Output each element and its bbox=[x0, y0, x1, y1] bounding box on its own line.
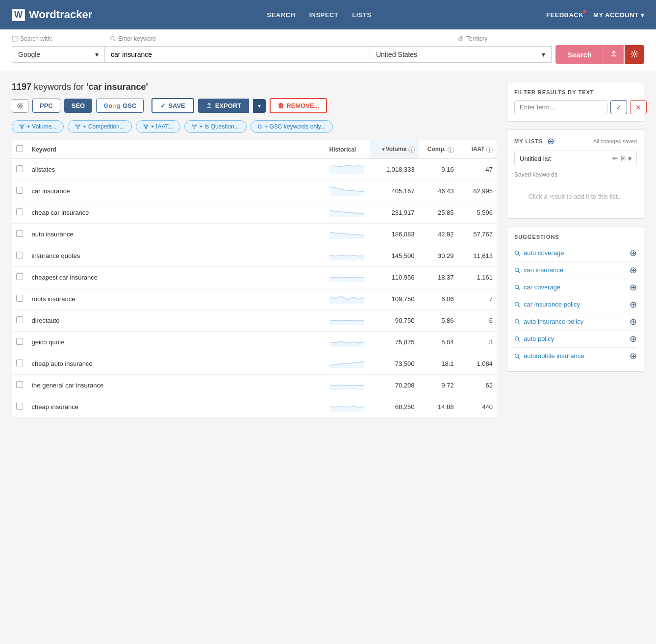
row-checkbox[interactable] bbox=[16, 360, 23, 366]
add-list-button[interactable]: ⊕ bbox=[547, 137, 555, 146]
export-button[interactable]: EXPORT bbox=[198, 99, 249, 113]
table-row[interactable]: insurance quotes 145,500 30.29 11,613 bbox=[12, 245, 497, 267]
logo[interactable]: W Wordtracker bbox=[12, 8, 92, 21]
filter-ok-button[interactable]: ✓ bbox=[610, 100, 627, 114]
comp-info-icon[interactable]: i bbox=[448, 147, 454, 153]
th-volume[interactable]: ▾ Volume i bbox=[370, 140, 419, 159]
row-iaat: 7 bbox=[458, 288, 497, 310]
copy-list-button[interactable]: ⎘ bbox=[621, 155, 625, 162]
suggestion-item[interactable]: van insurance ⊕ bbox=[514, 262, 637, 279]
suggestion-label: car insurance policy bbox=[524, 301, 580, 308]
export-dropdown-button[interactable]: ▾ bbox=[253, 99, 266, 113]
row-checkbox[interactable] bbox=[16, 252, 23, 258]
suggestion-add-icon[interactable]: ⊕ bbox=[630, 248, 637, 258]
row-checkbox[interactable] bbox=[16, 273, 23, 280]
row-comp: 6.06 bbox=[419, 288, 458, 310]
table-row[interactable]: car insurance 405,167 46.43 82,995 bbox=[12, 180, 497, 202]
row-historical bbox=[326, 180, 370, 202]
table-row[interactable]: directauto 90,750 5.86 6 bbox=[12, 310, 497, 332]
table-row[interactable]: cheapest car insurance 110,956 18.37 1,1… bbox=[12, 267, 497, 288]
suggestions-box: SUGGESTIONS auto coverage ⊕ van insuranc… bbox=[507, 227, 644, 372]
suggestion-add-icon[interactable]: ⊕ bbox=[630, 265, 637, 276]
list-chevron-button[interactable]: ▾ bbox=[628, 155, 631, 162]
suggestion-item[interactable]: auto insurance policy ⊕ bbox=[514, 313, 637, 331]
suggestion-item[interactable]: automobile insurance ⊕ bbox=[514, 348, 637, 364]
territory-select[interactable]: United States ▾ bbox=[370, 46, 552, 63]
row-checkbox[interactable] bbox=[16, 381, 23, 388]
row-checkbox[interactable] bbox=[16, 338, 23, 345]
suggestion-item[interactable]: auto policy ⊕ bbox=[514, 331, 637, 348]
table-row[interactable]: allstates 1,018,333 9.16 47 bbox=[12, 159, 497, 180]
list-selector[interactable]: Untitled list ✏ ⎘ ▾ bbox=[514, 151, 637, 166]
engine-select[interactable]: Google ▾ bbox=[12, 46, 105, 63]
tab-ppc[interactable]: PPC bbox=[32, 99, 60, 113]
filter-text-input[interactable] bbox=[514, 100, 607, 114]
suggestion-add-icon[interactable]: ⊕ bbox=[630, 316, 637, 327]
table-row[interactable]: the general car insurance 70,208 9.72 62 bbox=[12, 375, 497, 396]
row-volume: 75,875 bbox=[370, 332, 419, 353]
feedback-button[interactable]: FEEDBACK bbox=[546, 11, 583, 19]
settings-gear-button[interactable] bbox=[12, 99, 28, 113]
volume-info-icon[interactable]: i bbox=[408, 147, 415, 153]
nav-inspect[interactable]: INSPECT bbox=[309, 11, 338, 19]
filter-isquestion-chip[interactable]: + Is Question... bbox=[184, 120, 247, 133]
row-checkbox[interactable] bbox=[16, 316, 23, 323]
save-button[interactable]: ✓ SAVE bbox=[151, 98, 194, 113]
row-checkbox[interactable] bbox=[16, 230, 23, 237]
suggestion-item[interactable]: car insurance policy ⊕ bbox=[514, 296, 637, 313]
row-keyword: roots insurance bbox=[28, 288, 326, 310]
territory-chevron-icon: ▾ bbox=[542, 51, 545, 58]
nav-lists[interactable]: LISTS bbox=[352, 11, 371, 19]
suggestion-add-icon[interactable]: ⊕ bbox=[630, 351, 637, 361]
row-checkbox-cell bbox=[12, 159, 28, 180]
logo-text: Wordtracker bbox=[29, 8, 92, 21]
row-checkbox-cell bbox=[12, 224, 28, 245]
upload-icon-button[interactable] bbox=[604, 45, 624, 64]
tab-gsc[interactable]: Goog GSC bbox=[96, 99, 144, 113]
results-area: 1197 keywords for 'car insurance' PPC SE… bbox=[12, 82, 497, 418]
row-checkbox[interactable] bbox=[16, 208, 23, 215]
filter-competition-chip[interactable]: + Competition... bbox=[68, 120, 131, 133]
row-checkbox-cell bbox=[12, 180, 28, 202]
row-checkbox[interactable] bbox=[16, 187, 23, 194]
suggestion-add-icon[interactable]: ⊕ bbox=[630, 334, 637, 344]
suggestion-text-group: auto coverage bbox=[514, 249, 564, 257]
filter-iaat-chip[interactable]: + IAAT... bbox=[136, 120, 180, 133]
row-iaat: 1,084 bbox=[458, 353, 497, 375]
filter-gsc-chip[interactable]: G + GSC keywords only... bbox=[251, 120, 333, 133]
svg-line-22 bbox=[518, 254, 520, 256]
remove-button[interactable]: 🗑 REMOVE... bbox=[270, 98, 327, 113]
table-row[interactable]: roots insurance 109,750 6.06 7 bbox=[12, 288, 497, 310]
filter-volume-chip[interactable]: + Volume... bbox=[12, 120, 64, 133]
suggestion-text-group: car coverage bbox=[514, 283, 560, 291]
suggestion-text-group: van insurance bbox=[514, 266, 563, 274]
table-row[interactable]: cheap car insurance 231,917 25.85 5,596 bbox=[12, 202, 497, 224]
row-volume: 186,083 bbox=[370, 224, 419, 245]
suggestion-add-icon[interactable]: ⊕ bbox=[630, 299, 637, 310]
account-button[interactable]: MY ACCOUNT ▾ bbox=[593, 11, 644, 19]
table-row[interactable]: auto insurance 186,083 42.92 57,767 bbox=[12, 224, 497, 245]
table-row[interactable]: geico quote 75,875 5.04 3 bbox=[12, 332, 497, 353]
filter-clear-button[interactable]: ✕ bbox=[630, 100, 647, 114]
tab-seo[interactable]: SEO bbox=[64, 99, 92, 113]
select-all-checkbox[interactable] bbox=[16, 145, 23, 152]
settings-icon-button[interactable] bbox=[625, 45, 644, 64]
suggestion-add-icon[interactable]: ⊕ bbox=[630, 282, 637, 293]
table-row[interactable]: cheap auto insurance 73,500 18.1 1,084 bbox=[12, 353, 497, 375]
search-button[interactable]: Search bbox=[555, 45, 604, 64]
keyword-input[interactable] bbox=[105, 46, 370, 63]
edit-list-button[interactable]: ✏ bbox=[612, 155, 618, 162]
svg-line-32 bbox=[518, 340, 520, 341]
iaat-info-icon[interactable]: i bbox=[486, 147, 493, 153]
row-checkbox[interactable] bbox=[16, 403, 23, 410]
row-checkbox[interactable] bbox=[16, 165, 23, 172]
suggestion-item[interactable]: car coverage ⊕ bbox=[514, 279, 637, 296]
row-checkbox[interactable] bbox=[16, 295, 23, 302]
svg-marker-10 bbox=[329, 187, 364, 196]
suggestion-item[interactable]: auto coverage ⊕ bbox=[514, 245, 637, 262]
th-historical: Historical bbox=[326, 140, 370, 159]
nav-search[interactable]: SEARCH bbox=[267, 11, 295, 19]
table-row[interactable]: cheap insurance 68,250 14.88 440 bbox=[12, 396, 497, 418]
results-query: 'car insurance' bbox=[86, 82, 148, 92]
svg-point-27 bbox=[515, 302, 519, 306]
